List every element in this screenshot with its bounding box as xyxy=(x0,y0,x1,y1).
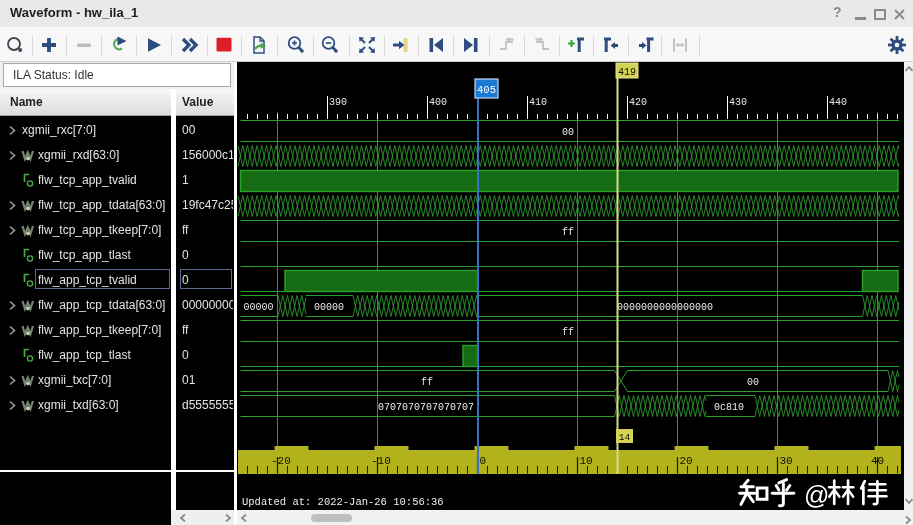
svg-text:-20: -20 xyxy=(271,455,291,467)
svg-text:@: @ xyxy=(804,481,829,509)
svg-text:430: 430 xyxy=(729,97,747,108)
svg-text:-10: -10 xyxy=(371,455,391,467)
svg-text:14: 14 xyxy=(619,432,631,443)
svg-text:00: 00 xyxy=(747,377,759,388)
svg-text:410: 410 xyxy=(529,97,547,108)
svg-text:20: 20 xyxy=(680,455,693,467)
svg-text:00: 00 xyxy=(562,127,574,138)
svg-text:440: 440 xyxy=(829,97,847,108)
svg-text:10: 10 xyxy=(580,455,593,467)
svg-text:0c810: 0c810 xyxy=(714,402,744,413)
svg-text:ff: ff xyxy=(562,227,574,238)
svg-text:390: 390 xyxy=(329,97,347,108)
svg-text:40: 40 xyxy=(871,455,884,467)
svg-text:ff: ff xyxy=(562,327,574,338)
svg-text:30: 30 xyxy=(780,455,793,467)
svg-text:0000000000000000: 0000000000000000 xyxy=(617,302,713,313)
svg-text:419: 419 xyxy=(618,67,636,78)
svg-text:ff: ff xyxy=(421,377,433,388)
svg-text:Updated at: 2022-Jan-26 10:56:: Updated at: 2022-Jan-26 10:56:36 xyxy=(242,496,444,508)
svg-text:400: 400 xyxy=(429,97,447,108)
svg-text:0: 0 xyxy=(480,455,487,467)
svg-text:00000: 00000 xyxy=(314,302,344,313)
svg-text:405: 405 xyxy=(477,84,496,96)
svg-text:00000: 00000 xyxy=(243,302,273,313)
svg-text:420: 420 xyxy=(629,97,647,108)
svg-text:0707070707070707: 0707070707070707 xyxy=(378,402,474,413)
